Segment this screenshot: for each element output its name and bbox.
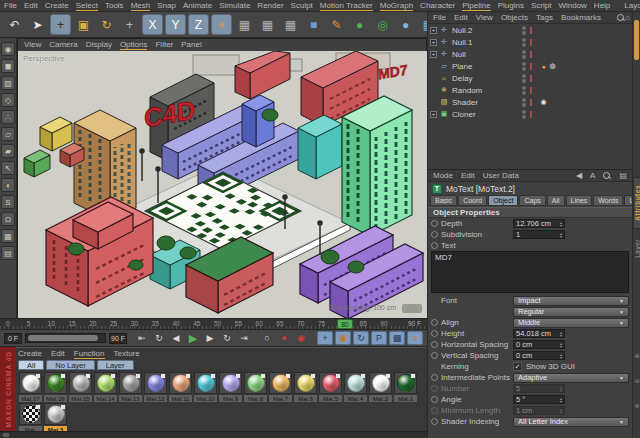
slider-handle[interactable] [28,335,98,341]
mode-button[interactable]: ▦ [1,229,15,243]
material-swatch[interactable]: Mat.8 [244,372,267,402]
attribute-tab[interactable]: Lines [566,195,593,206]
anim-dot-icon[interactable] [431,319,438,326]
material-swatch[interactable]: Mat.1 [394,372,417,402]
spinner-icon[interactable]: ▴▾ [560,221,562,227]
menu-item[interactable]: Pipeline [462,1,490,11]
keyframe-toggle-button[interactable]: P [371,331,387,345]
toolbar-button[interactable]: Y [165,14,186,35]
expand-icon[interactable]: + [430,27,437,34]
object-manager-menu-item[interactable]: File [433,13,446,22]
city-scene[interactable]: C4D [18,51,428,318]
keyframe-toggle-button[interactable]: ≡ [407,331,423,345]
menu-item[interactable]: Snap [157,1,176,10]
anim-dot-icon[interactable] [431,396,438,403]
material-name[interactable]: Mat.17 [19,395,42,402]
material-swatch[interactable]: Mat.17 [19,372,42,402]
object-row[interactable]: + ▱ Plane ● ◍ [428,60,632,72]
shader-indexing-dropdown[interactable]: All Letter Index▼ [513,417,629,427]
material-name[interactable]: Mat.5 [319,395,342,402]
height-field[interactable]: 54.018 cm ▴▾ [513,329,565,338]
mode-button[interactable]: ▱ [1,127,15,141]
menu-item[interactable]: MoGraph [380,1,413,11]
object-tag-icon[interactable]: ◍ [548,62,557,70]
spinner-icon[interactable]: ▴▾ [560,353,562,359]
material-name[interactable]: Mat.8 [244,395,267,402]
object-tag-icon[interactable]: ● [539,63,548,70]
material-swatch[interactable]: Mat.7 [269,372,292,402]
menu-item[interactable]: Animate [183,1,212,10]
enable-tick[interactable] [530,39,535,46]
material-swatch[interactable]: Mat.4 [344,372,367,402]
object-manager-menu-item[interactable]: Tags [536,13,553,22]
spinner-icon[interactable]: ▴▾ [560,342,562,348]
keyframe-toggle-button[interactable]: ▣ [335,331,351,345]
object-row[interactable]: + ▣ Cloner [428,108,632,120]
toolbar-button[interactable]: ⌖ [211,14,232,35]
viewport-menu-item[interactable]: Camera [49,40,77,50]
object-tag-icon[interactable]: ◉ [539,98,548,106]
anim-dot-icon[interactable] [431,330,438,337]
attribute-tab[interactable]: Words [593,195,623,206]
viewport-menu-item[interactable]: Options [120,40,148,50]
attribute-tab[interactable]: All [547,195,565,206]
material-swatch[interactable]: Mat. [19,403,42,433]
menu-item[interactable]: Script [531,1,551,10]
mode-button[interactable]: Ω [1,212,15,226]
scroll-down-icon[interactable]: ⊕ [633,402,640,409]
menu-item[interactable]: Motion Tracker [320,1,373,11]
menu-item[interactable]: Plugins [498,1,524,10]
mode-button[interactable]: S [1,195,15,209]
menu-item[interactable]: Sculpt [291,1,313,10]
enable-tick[interactable] [530,75,535,82]
enable-tick[interactable] [530,111,535,118]
keyframe-toggle-button[interactable]: ↻ [353,331,369,345]
material-name[interactable]: Mat.2 [369,395,392,402]
object-row[interactable]: + ▨ Shader ◉ [428,96,632,108]
visibility-dots[interactable] [522,26,526,35]
toolbar-button[interactable]: ▦ [257,14,278,35]
home-icon[interactable]: ⌂ [625,13,630,22]
attribute-tab[interactable]: Coord [458,195,487,206]
material-name[interactable]: Mat.16 [44,395,67,402]
anim-dot-icon[interactable] [431,418,438,425]
search-icon[interactable] [603,172,611,180]
mode-button[interactable]: ▤ [1,246,15,260]
material-layer-tab[interactable]: All [18,360,44,370]
toolbar-button[interactable]: ▦ [234,14,255,35]
mode-button[interactable]: ∴ [1,110,15,124]
transport-button[interactable]: ⇤ [134,331,150,345]
enable-tick[interactable] [530,87,535,94]
anim-dot-icon[interactable] [431,231,438,238]
enable-tick[interactable] [530,27,535,34]
mode-button[interactable]: ◼ [1,59,15,73]
material-swatch[interactable]: Mat.15 [69,372,92,402]
font-dropdown[interactable]: Impact▼ [513,296,629,306]
material-menu-item[interactable]: Create [18,349,42,359]
anim-dot-icon[interactable] [431,341,438,348]
vertical-spacing-field[interactable]: 0 cm ▴▾ [513,351,565,360]
depth-field[interactable]: 12.706 cm ▴▾ [513,219,565,228]
transport-button[interactable]: ↻ [219,331,235,345]
object-manager-menu-item[interactable]: Bookmarks [561,13,601,22]
attribute-menu-item[interactable]: Mode [433,171,453,180]
material-menu-item[interactable]: Texture [114,349,140,359]
spinner-icon[interactable]: ▴▾ [560,397,562,403]
material-name[interactable]: Mat.9 [219,395,242,402]
toolbar-button[interactable]: ↻ [96,14,117,35]
menu-item[interactable]: File [4,1,17,10]
mode-button[interactable]: ◉ [1,42,15,56]
toolbar-button[interactable]: ✎ [326,14,347,35]
scroll-down-icon[interactable]: ⊖ [633,377,640,384]
transport-button[interactable]: ▶ [185,331,201,345]
material-swatch[interactable]: Mat.13 [119,372,142,402]
menu-item[interactable]: Simulate [219,1,250,10]
attribute-menu-item[interactable]: User Data [483,171,519,180]
menu-item[interactable]: Mesh [131,1,151,11]
transport-button[interactable]: ↻ [151,331,167,345]
object-manager-menu-item[interactable]: Objects [501,13,528,22]
object-row[interactable]: + ✛ Null.1 [428,36,632,48]
record-button[interactable]: ◉ [293,331,309,345]
enable-tick[interactable] [530,51,535,58]
intermediate-points-dropdown[interactable]: Adaptive▼ [513,373,629,383]
